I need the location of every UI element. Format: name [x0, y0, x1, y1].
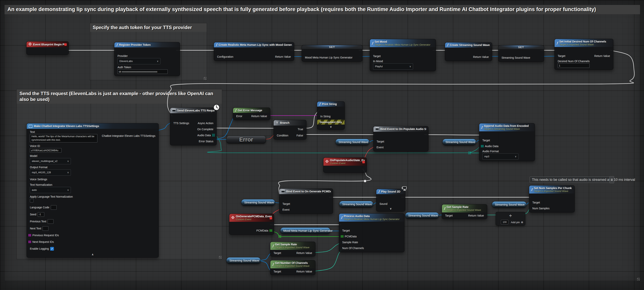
variable-get-pill[interactable]: Streaming Sound Wave — [405, 212, 439, 219]
error-compact-node[interactable]: Error — [226, 136, 266, 144]
next-request-ids-pin[interactable] — [28, 241, 31, 243]
node-header[interactable]: ƒGet Error Message — [233, 108, 270, 113]
dropdown[interactable]: mp3_44100_128∨ — [30, 169, 71, 176]
dropdown[interactable]: mp3∨ — [482, 153, 518, 160]
text-field[interactable] — [48, 219, 54, 224]
node-header[interactable]: OnGeneratePCMData_EventCustom Event — [229, 214, 274, 222]
text-field[interactable]: uYXf8XasLslADfZ2MB4u — [30, 148, 62, 152]
variable-get-pill[interactable]: Streaming Sound Wave — [226, 257, 261, 264]
node-header[interactable]: SET — [498, 45, 544, 49]
node-header[interactable]: ƒSet Initial Desired Num Of ChannelsTarg… — [554, 39, 613, 47]
text-field[interactable]: sk-xxxxxxxxxxxxxxxxxxxxxxxxxxxxx — [118, 69, 168, 74]
node-header[interactable]: ≡Make Chatbot Integrator Eleven Labs TTS… — [27, 123, 158, 129]
node-header[interactable]: Branch — [274, 120, 306, 126]
node-header[interactable]: ƒGet Sample RateTarget is Imported Sound… — [442, 204, 487, 212]
node-header[interactable]: ƒCreate Realistic Meta Human Lip Sync wi… — [214, 42, 294, 47]
node-header[interactable]: ƒSet Num Samples Per ChunkTarget is Impo… — [529, 185, 574, 193]
array-reroute-node[interactable] — [278, 235, 281, 238]
on-populate-audio-state-event-node[interactable]: OnPopulateAudioState_EventCustom Event — [323, 157, 367, 173]
get-number-of-channels-node[interactable]: ƒGet Number Of ChannelsTarget is Importe… — [270, 260, 316, 275]
variable-get-pill[interactable]: Mood Meta Human Lip Sync Generator — [280, 227, 330, 234]
delegate-pin[interactable] — [64, 43, 67, 46]
print-string-node[interactable]: ƒPrint StringIn StringDevelopment Only∨ — [317, 101, 345, 130]
play-sound-2d-node[interactable]: ƒPlay Sound 2DSound∨ — [376, 189, 405, 211]
node-header[interactable]: ƒAppend Audio Data from EncodedTarget is… — [479, 123, 535, 131]
checkbox[interactable]: ✓ — [50, 247, 54, 251]
register-provider-token-node[interactable]: ƒRegister Provider TokenProviderElevenLa… — [114, 42, 180, 76]
audio-data-pin[interactable] — [481, 145, 484, 147]
node-header[interactable]: ƒPlay Sound 2D — [376, 189, 405, 194]
send-elevenlabs-tts-request-node[interactable]: Send ElevenLabs TTS RequestTTS SettingsA… — [170, 108, 217, 145]
comment-resize-handle[interactable] — [204, 77, 206, 80]
node-header[interactable]: Event Blueprint Begin Play — [26, 41, 68, 47]
array-reroute-node[interactable] — [468, 152, 471, 154]
node-header[interactable]: ƒGet Number Of ChannelsTarget is Importe… — [270, 260, 315, 268]
node-header[interactable]: Bind Event to On Generate PCMData — [279, 189, 333, 194]
delegate-pin[interactable] — [270, 217, 272, 219]
node-header[interactable]: ƒRegister Provider Token — [114, 42, 180, 47]
get-sample-rate-right-node[interactable]: ƒGet Sample RateTarget is Imported Sound… — [442, 204, 487, 219]
text-field[interactable]: 1 — [558, 63, 590, 68]
node-header[interactable]: Send ElevenLabs TTS Request — [170, 108, 216, 113]
set-mood-generator-var-node[interactable]: SETMood Meta Human Lip Sync Generator — [302, 45, 362, 62]
variable-get-pill[interactable]: Streaming Sound Wave — [442, 139, 476, 145]
chevron-down-icon[interactable]: ∨ — [319, 125, 343, 128]
branch-node[interactable]: BranchTrueConditionFalse — [274, 120, 306, 140]
comment-title-bar[interactable]: Specify the auth token for your TTS prov… — [90, 23, 207, 32]
delegate-pin[interactable] — [362, 161, 365, 163]
variable-get-pill[interactable]: Streaming Sound Wave — [335, 139, 370, 145]
chevron-up-icon[interactable]: ∧ — [28, 253, 157, 256]
dropdown[interactable]: Playful∨ — [373, 63, 413, 70]
process-audio-data-node[interactable]: ƒProcess Audio DataTarget is Realistic M… — [339, 213, 404, 252]
comment-title-bar[interactable]: Send the TTS request (ElevenLabs is just… — [16, 89, 222, 104]
text-field[interactable]: -1 — [38, 212, 44, 217]
exec-reroute-node[interactable] — [364, 180, 366, 182]
on-generate-pcmdata-event-node[interactable]: OnGeneratePCMData_EventCustom EventPCMDa… — [229, 214, 274, 235]
node-header[interactable]: Bind Event to On Populate Audio State — [374, 126, 428, 132]
set-initial-desired-num-channels-node[interactable]: ƒSet Initial Desired Num Of ChannelsTarg… — [554, 39, 613, 70]
add-pin-button[interactable]: Add pin⊕ — [511, 221, 523, 224]
divisor-value-field[interactable]: 100 — [501, 220, 508, 224]
append-audio-data-from-encoded-node[interactable]: ƒAppend Audio Data from EncodedTarget is… — [479, 123, 535, 161]
comment-resize-handle[interactable] — [637, 278, 640, 281]
node-header[interactable]: ƒProcess Audio DataTarget is Realistic M… — [339, 214, 404, 222]
create-realistic-lipsync-node[interactable]: ƒCreate Realistic Meta Human Lip Sync wi… — [214, 42, 294, 61]
blueprint-graph-canvas[interactable]: An example demonstrating lip sync during… — [0, 0, 644, 290]
text-field[interactable] — [51, 205, 56, 210]
previous-request-ids-pin[interactable] — [28, 234, 31, 237]
comment-resize-handle[interactable] — [219, 256, 222, 259]
set-streaming-sound-wave-var-node[interactable]: SETStreaming Sound Wave — [498, 45, 544, 62]
node-header[interactable]: ƒPrint String — [317, 102, 344, 107]
audio-data-pin[interactable] — [212, 134, 215, 137]
set-mood-node[interactable]: ƒSet MoodTarget is Realistic Meta Human … — [370, 39, 436, 71]
node-header[interactable]: SET — [302, 45, 362, 49]
pcmdata-pin[interactable] — [341, 235, 344, 238]
variable-get-pill[interactable]: Streaming Sound Wave — [492, 201, 527, 208]
variable-get-pill[interactable]: Streaming Sound Wave — [241, 199, 275, 206]
node-header[interactable]: ƒCreate Streaming Sound Wave — [445, 42, 492, 48]
checkbox[interactable] — [30, 199, 34, 202]
pin-label: In String — [320, 115, 330, 118]
chevron-down-icon[interactable]: ∨ — [378, 207, 403, 210]
get-sample-rate-bottom-node[interactable]: ƒGet Sample RateTarget is Imported Sound… — [270, 242, 316, 257]
event-begin-play-node[interactable]: Event Blueprint Begin Play — [26, 41, 69, 55]
pcmdata-pin[interactable] — [270, 229, 272, 232]
note-pin-button[interactable] — [610, 176, 614, 183]
dropdown[interactable]: auto∨ — [30, 187, 71, 193]
make-chatbot-tts-settings-node[interactable]: ≡Make Chatbot Integrator Eleven Labs TTS… — [26, 123, 159, 258]
variable-get-pill[interactable]: Streaming Sound Wave — [339, 201, 374, 208]
comment-title-bar[interactable]: An example demonstrating lip sync during… — [4, 5, 640, 14]
textarea-field[interactable]: Hello, world! The lips of the MetaHuman … — [30, 134, 98, 143]
node-header[interactable]: ƒGet Sample RateTarget is Imported Sound… — [270, 242, 315, 250]
get-error-message-node[interactable]: ƒGet Error MessageErrorReturn Value — [233, 108, 270, 120]
bind-event-on-populate-audio-state-node[interactable]: Bind Event to On Populate Audio StateTar… — [373, 126, 428, 151]
dropdown[interactable]: eleven_multilingual_v2∨ — [30, 158, 71, 164]
node-header[interactable]: OnPopulateAudioState_EventCustom Event — [324, 158, 366, 166]
create-streaming-sound-wave-node[interactable]: ƒCreate Streaming Sound WaveReturn Value — [445, 42, 492, 61]
dropdown[interactable]: ElevenLabs∨ — [118, 58, 160, 64]
node-header[interactable]: ƒSet MoodTarget is Realistic Meta Human … — [370, 39, 436, 47]
divide-compact-node[interactable]: ÷100Add pin⊕ — [496, 212, 525, 226]
text-field[interactable] — [42, 226, 48, 231]
bind-event-on-generate-pcmdata-node[interactable]: Bind Event to On Generate PCMDataTargetE… — [279, 188, 333, 214]
set-num-samples-per-chunk-node[interactable]: ƒSet Num Samples Per ChunkTarget is Impo… — [529, 185, 575, 212]
